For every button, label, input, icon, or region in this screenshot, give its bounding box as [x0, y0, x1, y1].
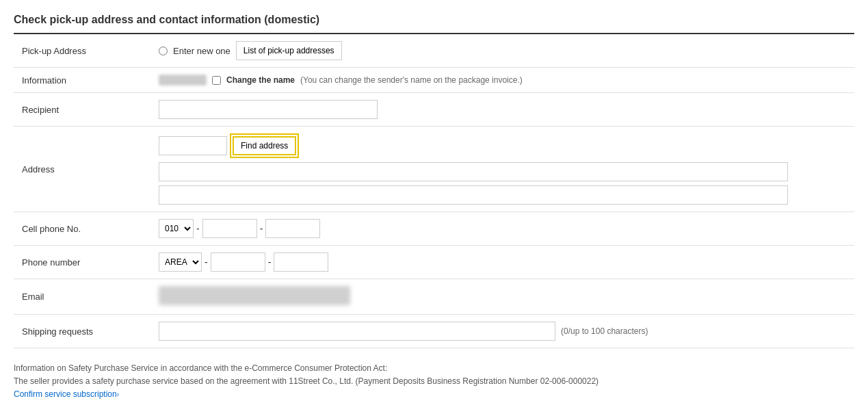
cell-phone-area-select[interactable]: 010 011 016 017 018 019	[159, 219, 194, 238]
pickup-address-label: Pick-up Address	[14, 34, 150, 68]
email-value	[150, 279, 854, 315]
confirm-service-link[interactable]: Confirm service subscription›	[14, 389, 119, 399]
footer-info: Information on Safety Purchase Service i…	[14, 362, 854, 402]
list-pickup-addresses-button[interactable]: List of pick-up addresses	[236, 41, 342, 60]
cell-phone-mid-input[interactable]	[202, 219, 257, 238]
information-label: Information	[14, 68, 150, 93]
char-count: (0/up to 100 characters)	[561, 326, 648, 336]
find-address-highlight: Find address	[230, 133, 299, 158]
chevron-icon: ›	[117, 391, 119, 398]
phone-number-value: AREA 02 031 032 033 041 051 061 - -	[150, 246, 854, 279]
char-count-max: up to 100 characters	[570, 326, 645, 336]
char-count-current: 0	[564, 326, 568, 336]
change-name-label: Change the name	[226, 75, 295, 85]
page-title: Check pick-up address and contact inform…	[14, 14, 854, 34]
cell-phone-value: 010 011 016 017 018 019 - -	[150, 212, 854, 246]
shipping-requests-input[interactable]	[159, 322, 555, 341]
pickup-address-value: Enter new one List of pick-up addresses	[150, 34, 854, 68]
phone-end-input[interactable]	[274, 253, 328, 272]
change-name-checkbox[interactable]	[212, 76, 221, 85]
cell-phone-label: Cell phone No.	[14, 212, 150, 246]
footer-line2: The seller provides a safety purchase se…	[14, 375, 854, 388]
change-name-hint: (You can change the sender's name on the…	[300, 75, 523, 85]
email-blurred	[159, 286, 350, 305]
address-line2-input[interactable]	[159, 185, 788, 205]
recipient-value	[150, 93, 854, 127]
find-address-button[interactable]: Find address	[233, 136, 296, 155]
shipping-requests-label: Shipping requests	[14, 315, 150, 348]
confirm-service-link-text: Confirm service subscription	[14, 389, 117, 399]
cell-phone-end-input[interactable]	[265, 219, 320, 238]
address-zip-input[interactable]	[159, 136, 227, 155]
address-value: Find address	[150, 127, 854, 212]
phone-dash2: -	[268, 257, 272, 268]
cell-phone-dash2: -	[260, 223, 263, 234]
phone-dash1: -	[205, 257, 208, 268]
phone-mid-input[interactable]	[211, 253, 265, 272]
phone-number-label: Phone number	[14, 246, 150, 279]
recipient-input[interactable]	[159, 100, 378, 119]
recipient-label: Recipient	[14, 93, 150, 127]
information-blurred	[159, 75, 207, 86]
enter-new-radio[interactable]	[159, 47, 168, 55]
information-value: Change the name (You can change the send…	[150, 68, 854, 93]
address-label: Address	[14, 127, 150, 212]
address-line1-input[interactable]	[159, 162, 788, 181]
footer-line1: Information on Safety Purchase Service i…	[14, 362, 854, 375]
cell-phone-dash1: -	[196, 223, 200, 234]
enter-new-label: Enter new one	[173, 46, 231, 56]
email-label: Email	[14, 279, 150, 315]
phone-area-select[interactable]: AREA 02 031 032 033 041 051 061	[159, 253, 202, 272]
shipping-requests-value: (0/up to 100 characters)	[150, 315, 854, 348]
